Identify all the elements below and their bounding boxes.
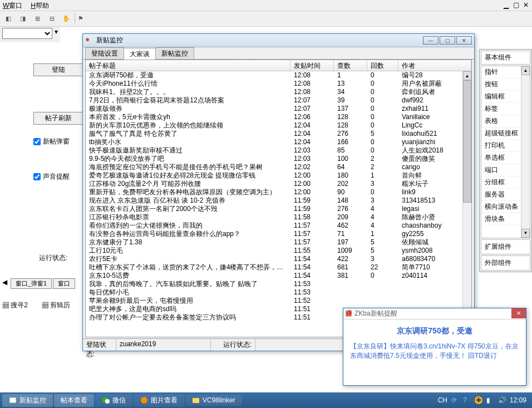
table-row[interactable]: 本府首发，5元e卡需微众yh12:061280Vanillaice (86, 113, 462, 121)
taskbar-item-wechat[interactable]: 微信 (95, 394, 132, 407)
cell-views: 1009 (334, 247, 367, 255)
palette-scrollbar[interactable]: ▲ ▼ (521, 66, 530, 238)
cell-replies: 0 (367, 272, 398, 280)
maximize-icon[interactable]: ▢ (513, 1, 519, 9)
col-author[interactable]: 作者 (398, 60, 471, 71)
taskbar-item-postview[interactable]: 帖本查看 (54, 394, 94, 407)
tray-volume-icon[interactable]: 🔊 (498, 396, 506, 404)
table-row[interactable]: 7月2日，招商银行金葵花周末答题12点场答案12:07390dwf992 (86, 96, 462, 105)
table-row[interactable]: 服气了服气了真是 特仑苏黄了12:042765lixiaohui521 (86, 130, 462, 138)
table-row[interactable]: 江苏移动 20g流量2个月 可能苏州收腰12:002023糯米坛子 (86, 180, 462, 188)
tab-popup-window1[interactable]: 窗口_弹窗1 (11, 278, 52, 289)
tab-window[interactable]: 窗口 (53, 278, 75, 289)
tool-4[interactable]: ⊟ (46, 12, 58, 24)
tool-1[interactable]: ◧ (2, 12, 14, 24)
table-row[interactable]: 江苏银行秒杀电影票11:582094陈赫曾小贤 (86, 213, 462, 222)
hand-icon[interactable]: ✋ (60, 12, 72, 24)
palette-header-basic[interactable]: 基本组件 (481, 51, 530, 65)
tab-discussion[interactable]: 大家谈 (124, 48, 156, 60)
menu-window[interactable]: W窗口 (3, 0, 22, 11)
cell-time: 12:06 (290, 113, 334, 121)
table-row[interactable]: 9.9-5的今天都没放券了吧12:031002傻蛋的微笑 (86, 155, 462, 163)
popup-checkbox[interactable]: 新帖弹窗 (33, 137, 83, 146)
table-row[interactable]: 现在进入 京东急速版 百亿补贴 谈 10-2 充值券11:59148331341… (86, 196, 462, 205)
table-row[interactable]: 重新开贴，免费帮吧友分析各种电器故障原因（变频空调为主）12:00900link… (86, 188, 462, 196)
table-row[interactable]: 有没整合各种运营商号码能批量查余额什么的app？11:57711gy2255 (86, 230, 462, 238)
col-title[interactable]: 帖子标题 (86, 60, 290, 71)
tray-shield-icon[interactable]: ✚ (475, 396, 482, 404)
cell-views: 422 (334, 255, 367, 263)
tool-flag[interactable]: ⚑ (75, 12, 87, 24)
table-row[interactable]: 海底捞预定座位写的手机号不能是接任务的手机号吧？果树12:02642cango (86, 163, 462, 171)
tab-clip-history[interactable]: ▦ 剪辑历 (42, 301, 70, 310)
table-row[interactable]: 快手极速版邀新奖励审核不通过12:03850人生如戏2018 (86, 146, 462, 155)
table-row[interactable]: 京东10-5话费11:543810z040114 (86, 272, 462, 280)
titlebar[interactable]: ✸ 新贴监控 — ▢ ✕ (83, 34, 474, 47)
tray-help-icon[interactable]: ? (463, 396, 471, 404)
palette-header-extended[interactable]: 扩展组件 (481, 239, 530, 254)
notification-title[interactable]: 京东调研750都，受邀 (343, 326, 526, 336)
cell-author (398, 297, 462, 305)
table-row[interactable]: 工行10元毛11:5510095ysmh2008 (86, 247, 462, 255)
sound-checkbox[interactable]: 声音提醒 (33, 172, 83, 181)
combo-dropdown-icon[interactable]: ▾ (55, 28, 58, 41)
palette-header-external[interactable]: 外部组件 (481, 255, 530, 271)
table-row[interactable]: 爱奇艺极速版每邀请1位好友必得28元现金 提现微信零钱12:001801首向鲜 (86, 171, 462, 180)
col-time[interactable]: 发贴时间 (290, 60, 334, 71)
cell-time: 12:00 (290, 188, 334, 196)
tool-2[interactable]: ◨ (17, 12, 29, 24)
table-row[interactable]: 京东调研750都，受邀12:0810编号28 (86, 71, 462, 80)
scroll-thumb[interactable] (463, 80, 471, 203)
cell-replies: 0 (367, 80, 398, 88)
taskbar-item-imageview[interactable]: 图片查看 (134, 394, 184, 407)
login-button[interactable]: 登陆 (33, 63, 83, 76)
table-row[interactable]: tb抽奖小水12:041660yuanjianzhi (86, 138, 462, 146)
notification-close-button[interactable]: ✕ (511, 308, 526, 318)
component-palette: 基本组件 指针按钮编辑框标签表格超级链接框打印机单选框端口分组框服务器横向滚动条… (479, 49, 532, 272)
table-row[interactable]: 苹果余额9折最后一天，屯着慢慢用11:52 (86, 297, 462, 305)
table-body[interactable]: 京东调研750都，受邀12:0810编号28今天iPhone11什么行情12:0… (86, 71, 462, 337)
col-replies[interactable]: 回数 (367, 60, 398, 71)
tab-search2[interactable]: ▦ 搜寻2 (2, 301, 28, 310)
window-minimize-button[interactable]: — (423, 36, 439, 45)
menu-help[interactable]: H帮助 (31, 0, 49, 11)
palette-scroll-up-icon[interactable]: ▲ (521, 66, 530, 75)
minimize-icon[interactable]: ▁ (504, 1, 509, 9)
taskbar-clock[interactable]: 12:09 (510, 396, 526, 404)
table-row[interactable]: 看你们遇到的一尘大佬很爽快，而我的11:574624chaoshanboy (86, 222, 462, 230)
cell-views: 148 (334, 196, 367, 205)
taskbar-item-vc98[interactable]: VC98linker (185, 395, 242, 406)
tab-new-post-monitor[interactable]: 新帖监控 (155, 47, 194, 59)
cell-title: 农行5E卡 (86, 255, 290, 263)
tool-3[interactable]: ⊞ (31, 12, 43, 24)
scroll-up-icon[interactable]: ▲ (463, 71, 471, 80)
notification-body[interactable]: 【京东良研】快来填问卷3.cn/1hiNv-7X 得750京豆，在京东商城消费抵… (343, 336, 526, 366)
table-row[interactable]: 极速版领券12:071370zxhai911 (86, 105, 462, 113)
table-row[interactable]: 京东联名卡百人团第一名刷了2000个达不毁11:592764legasi (86, 205, 462, 213)
tray-network-icon[interactable]: ▮ (486, 396, 494, 404)
vertical-scrollbar[interactable]: ▲ ▼ (462, 71, 471, 337)
ime-indicator[interactable]: CH (438, 396, 447, 404)
cell-time: 12:03 (290, 155, 334, 163)
palette-scroll-down-icon[interactable]: ▼ (521, 229, 530, 238)
tab-login-settings[interactable]: 登陆设置 (85, 47, 124, 59)
table-row[interactable]: 我靠，真的后悔晚了。汽车贴膜如此重要。贴晚了 贴晚了11:53 (86, 280, 462, 288)
table-row[interactable]: 吐槽下京东买了个冰箱，送货的来了2个人，嫌4楼高了不想弄，又不...11:546… (86, 263, 462, 272)
cell-title: 江苏移动 20g流量2个月 可能苏州收腰 (86, 180, 290, 188)
table-row[interactable]: 新的火车票10元优惠券，上次领的也能继续领12:041280LingCc (86, 121, 462, 130)
refresh-button[interactable]: 帖子刷新 (33, 112, 83, 125)
window-close-button[interactable]: ✕ (456, 36, 472, 45)
table-row[interactable]: 农行5E卡11:544223a68083470 (86, 255, 462, 263)
table-row[interactable]: 每日优鲜小毛11:53 (86, 288, 462, 297)
tabs-prev-icon[interactable]: ◀ (2, 278, 9, 289)
table-row[interactable]: 京东健康分了1.3811:571975依顾倾城 (86, 238, 462, 247)
table-row[interactable]: 我昧科1。挂壁2次了。。。12:08340弈剑追风者 (86, 88, 462, 96)
taskbar-item-monitor[interactable]: 新贴监控 (2, 394, 53, 407)
close-icon[interactable]: ✕ (523, 1, 529, 9)
table-row[interactable]: 今天iPhone11什么行情12:08130用户名被屏蔽 (86, 80, 462, 88)
combo-select[interactable] (2, 28, 52, 39)
cell-title: 现在进入 京东急速版 百亿补贴 谈 10-2 充值券 (86, 196, 290, 205)
window-maximize-button[interactable]: ▢ (440, 36, 455, 45)
tray-sync-icon[interactable]: ⟳ (451, 396, 459, 404)
col-views[interactable]: 查数 (334, 60, 367, 71)
